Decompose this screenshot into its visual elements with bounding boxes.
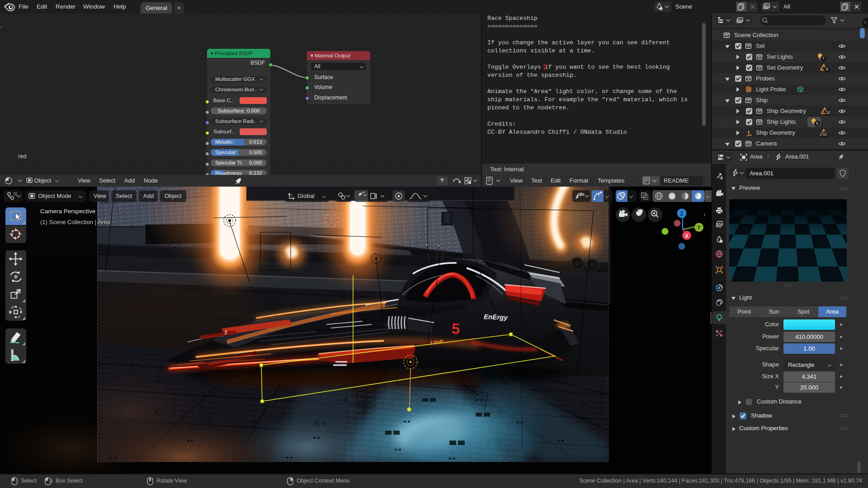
svg-text:Y: Y [697,225,701,231]
svg-text:5: 5 [451,320,461,337]
svg-text:Z: Z [680,211,683,217]
svg-text:X: X [685,233,689,239]
